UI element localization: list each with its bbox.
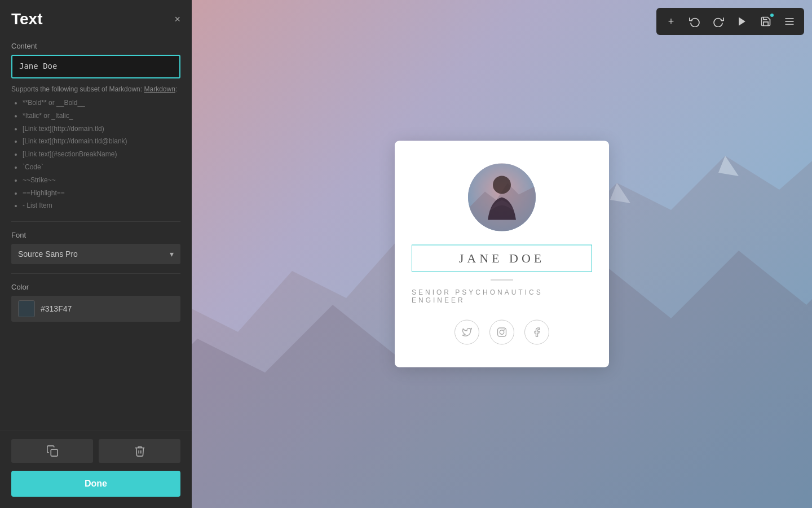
list-item: **Bold** or __Bold__ (23, 97, 180, 110)
content-label: Content (11, 42, 180, 50)
color-row[interactable]: #313F47 (11, 296, 180, 322)
svg-rect-9 (498, 328, 506, 336)
markdown-note: Supports the following subset of Markdow… (11, 85, 180, 93)
svg-marker-3 (739, 17, 745, 26)
color-swatch (18, 300, 35, 317)
delete-button[interactable] (99, 439, 180, 463)
name-divider (491, 280, 513, 281)
copy-button[interactable] (11, 439, 93, 463)
list-item: - List Item (23, 199, 180, 212)
svg-point-8 (493, 176, 511, 194)
facebook-button[interactable] (524, 320, 549, 345)
save-button[interactable] (754, 10, 777, 33)
name-box: JANE DOE (412, 245, 592, 272)
divider-2 (11, 273, 180, 274)
save-indicator-dot (770, 14, 774, 17)
list-item: ~~Strike~~ (23, 174, 180, 187)
content-input[interactable]: Jane Doe (11, 55, 180, 78)
list-item: [Link text](#sectionBreakName) (23, 148, 180, 161)
avatar-image (468, 164, 536, 231)
divider (11, 221, 180, 222)
done-button[interactable]: Done (11, 471, 180, 497)
job-title: SENIOR PSYCHONAUTICS ENGINEER (412, 288, 592, 304)
profile-card: JANE DOE SENIOR PSYCHONAUTICS ENGINEER (395, 141, 609, 367)
color-value: #313F47 (41, 304, 72, 313)
play-button[interactable] (731, 10, 753, 33)
avatar (468, 164, 536, 231)
panel-actions (0, 431, 192, 471)
font-select-wrapper: Source Sans Pro Arial Georgia Helvetica … (11, 244, 180, 264)
markdown-list: **Bold** or __Bold__ *Italic* or _Italic… (11, 97, 180, 212)
font-label: Font (11, 231, 180, 239)
panel-title: Text (11, 10, 43, 28)
redo-button[interactable] (707, 10, 730, 33)
list-item: `Code` (23, 161, 180, 174)
color-label: Color (11, 283, 180, 291)
svg-rect-0 (51, 449, 58, 456)
list-item: ==Highlight== (23, 187, 180, 200)
svg-point-11 (504, 330, 505, 330)
toolbar: + (656, 8, 804, 35)
font-select[interactable]: Source Sans Pro Arial Georgia Helvetica … (11, 244, 180, 264)
panel-body: Content Jane Doe Supports the following … (0, 34, 192, 431)
svg-point-10 (500, 330, 504, 335)
instagram-button[interactable] (489, 320, 514, 345)
add-button[interactable]: + (660, 10, 682, 33)
menu-button[interactable] (778, 10, 801, 33)
twitter-button[interactable] (454, 320, 479, 345)
list-item: [Link text](http://domain.tld) (23, 122, 180, 135)
social-icons (454, 320, 549, 345)
main-canvas: + (192, 0, 812, 508)
card-name: JANE DOE (459, 251, 545, 265)
left-panel: Text × Content Jane Doe Supports the fol… (0, 0, 192, 508)
list-item: [Link text](http://domain.tld@blank) (23, 135, 180, 148)
close-button[interactable]: × (174, 14, 180, 24)
panel-header: Text × (0, 0, 192, 34)
undo-button[interactable] (683, 10, 706, 33)
list-item: *Italic* or _Italic_ (23, 110, 180, 122)
